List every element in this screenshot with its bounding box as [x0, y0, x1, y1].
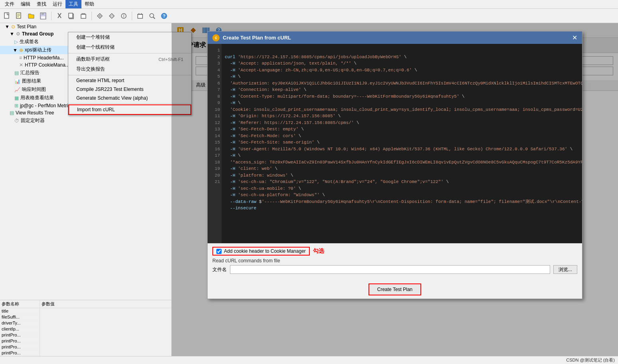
cookie-checkbox-row: Add cookie header to Cookie Manager: [212, 247, 310, 256]
svg-point-25: [150, 14, 154, 18]
status-right-text: CSDN @测试笔记 (自看): [566, 357, 615, 363]
menu-edit[interactable]: 编辑: [18, 0, 34, 8]
toolbar: ?: [0, 9, 618, 23]
read-curl-section: Read cURL commands from file 文件名 浏览...: [212, 258, 577, 274]
toolbar-paste-btn[interactable]: [78, 10, 89, 22]
timer-icon: ⏱: [14, 118, 19, 124]
menu-file[interactable]: 文件: [2, 0, 18, 8]
modal-title-container: c Create Test Plan from cURL: [212, 34, 291, 41]
status-bar: CSDN @测试笔记 (自看): [0, 356, 618, 364]
toolbar-sep1: [51, 12, 52, 20]
toolbar-copy-btn[interactable]: [66, 10, 77, 22]
graph-icon: 📊: [14, 79, 20, 84]
modal-bottom: Add cookie header to Cookie Manager 勾选 R…: [208, 243, 582, 280]
svg-rect-13: [81, 14, 86, 18]
param-row-driverty: driverTy...: [0, 320, 40, 326]
toolbar-sep2: [91, 12, 92, 20]
svg-rect-0: [4, 13, 9, 18]
cookie-icon: ✕: [19, 62, 23, 68]
toolbar-cut-btn[interactable]: [54, 10, 65, 22]
left-panel: ▼ ⊙ Test Plan ▼ ⚙ Thread Group ▷ 生成签名: [0, 23, 172, 356]
toolbar-save-btn[interactable]: [38, 10, 49, 22]
svg-rect-11: [69, 13, 73, 18]
toolbar-sep3: [132, 12, 132, 20]
modal-overlay: c Create Test Plan from cURL ✕ 1 2 3 4 5: [172, 23, 618, 356]
svg-line-26: [153, 17, 155, 19]
tree-icon: ▤: [10, 110, 14, 116]
param-row-title: title: [0, 308, 40, 314]
toolbar-template-btn[interactable]: [14, 10, 25, 22]
menu-bar: 文件 编辑 查找 运行 工具 帮助: [0, 0, 618, 9]
report-icon: ▤: [14, 70, 19, 76]
plan-icon: ⊙: [11, 24, 15, 30]
toolbar-new-btn[interactable]: [2, 10, 13, 22]
header-icon: ≡: [19, 55, 22, 61]
toolbar-collapse-btn[interactable]: [106, 10, 117, 22]
script-icon: ▷: [14, 39, 18, 45]
param-row-print2: printPro...: [0, 338, 40, 344]
tree-item-test-plan[interactable]: ▼ ⊙ Test Plan: [0, 23, 171, 30]
menu-run[interactable]: 运行: [50, 0, 65, 8]
svg-text:?: ?: [163, 14, 166, 18]
create-test-plan-btn[interactable]: Create Test Plan: [368, 283, 422, 295]
http-icon: ⊕: [19, 47, 23, 53]
menu-tools[interactable]: 工具: [65, 0, 81, 8]
menu-help[interactable]: 帮助: [81, 0, 97, 8]
param-row-print3: printPro...: [0, 344, 40, 350]
gou-annotation: 勾选: [313, 248, 324, 255]
thread-icon: ⚙: [16, 31, 20, 37]
toolbar-open-btn[interactable]: [26, 10, 37, 22]
toolbar-toggle-btn[interactable]: [118, 10, 129, 22]
param-col1: 参数名称: [0, 300, 40, 308]
collapse-icon3: ▼: [13, 47, 18, 53]
main-content: ▼ ⊙ Test Plan ▼ ⚙ Thread Group ▷ 生成签名: [0, 23, 618, 356]
right-panel: H ? HTTP请求 名称：: [172, 23, 618, 356]
modal-dialog: c Create Test Plan from cURL ✕ 1 2 3 4 5: [207, 31, 582, 299]
modal-footer: Create Test Plan: [208, 280, 582, 299]
app-window: 文件 编辑 查找 运行 工具 帮助: [0, 0, 618, 364]
collapse-icon: ▼: [5, 24, 10, 30]
toolbar-search-btn[interactable]: [147, 10, 158, 22]
file-name-label: 文件名: [212, 266, 227, 273]
toolbar-expand-btn[interactable]: [94, 10, 105, 22]
chart-icon: 📈: [14, 87, 20, 92]
tree-item-timer[interactable]: ⏱ 固定定时器: [0, 116, 171, 125]
table-icon: ▦: [14, 95, 19, 101]
file-path-input[interactable]: [230, 265, 550, 274]
param-row-print4: printPro...: [0, 350, 40, 356]
svg-rect-21: [138, 14, 143, 18]
code-content[interactable]: curl 'https://172.24.157.156:8085/cpms/a…: [222, 44, 582, 243]
code-editor[interactable]: 1 2 3 4 5 6 7 8 9 10 11 12 13: [208, 44, 582, 243]
file-row: 文件名 浏览...: [212, 265, 577, 274]
modal-title-text: Create Test Plan from cURL: [223, 35, 291, 41]
param-col2: 参数值: [40, 300, 171, 308]
param-row-clientip: clientIp...: [0, 326, 40, 332]
toolbar-help-btn[interactable]: ?: [158, 10, 170, 22]
modal-titlebar: c Create Test Plan from cURL ✕: [208, 31, 582, 44]
param-row-print1: printPro...: [0, 332, 40, 338]
cookie-checkbox-label: Add cookie header to Cookie Manager: [224, 248, 306, 254]
collapse-icon2: ▼: [10, 31, 14, 37]
read-curl-label: Read cURL commands from file: [212, 258, 577, 264]
line-numbers: 1 2 3 4 5 6 7 8 9 10 11 12 13: [208, 44, 222, 243]
browse-button[interactable]: 浏览...: [553, 265, 577, 274]
svg-rect-6: [42, 13, 44, 15]
param-row-filesuffi: fileSuffi...: [0, 314, 40, 320]
modal-close-btn[interactable]: ✕: [572, 34, 577, 41]
perf-icon: ⊞: [14, 103, 18, 108]
svg-rect-7: [41, 16, 45, 19]
curl-icon: c: [212, 34, 220, 41]
menu-find[interactable]: 查找: [34, 0, 50, 8]
toolbar-clear-btn[interactable]: [135, 10, 146, 22]
cookie-checkbox[interactable]: [216, 249, 222, 254]
